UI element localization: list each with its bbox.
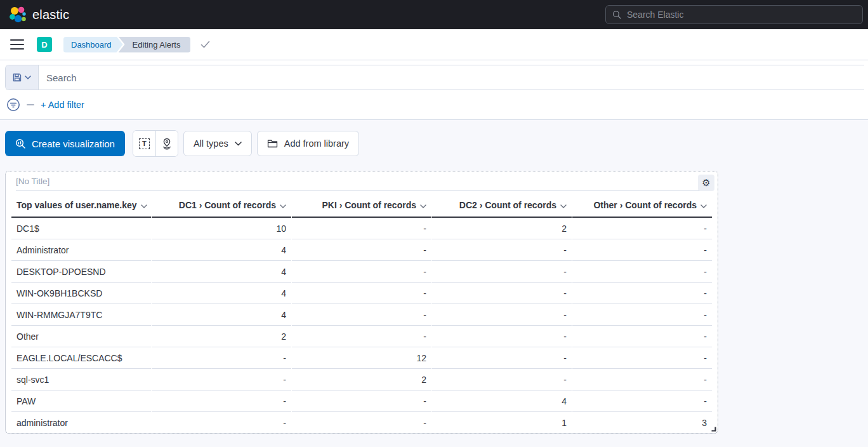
chevron-down-icon [560,200,567,210]
column-header[interactable]: Top values of user.name.key [11,194,151,218]
edit-toolbar: Create visualization T All types [5,130,868,157]
table-cell: - [292,412,431,434]
table-cell: - [292,304,431,326]
panel-resize-handle[interactable] [710,425,716,432]
all-types-label: All types [194,138,228,149]
column-header-label: PKI › Count of records [322,200,416,210]
table-row: Administrator4--- [11,239,712,261]
table-cell: - [572,239,712,261]
table-cell: - [152,347,291,369]
table-cell: 4 [152,283,291,304]
table-cell: - [572,261,712,283]
table-cell: - [292,390,431,412]
table-cell: PAW [11,390,151,412]
global-search-input[interactable] [627,10,856,20]
add-text-button[interactable]: T [133,131,155,156]
chevron-down-icon [235,142,242,146]
add-filter-button[interactable]: + Add filter [41,100,84,110]
panel-settings-button[interactable]: ⚙ [698,175,714,191]
table-row: WIN-RMMGJA7T9TC4--- [11,304,712,326]
chevron-down-icon [280,200,286,210]
table-cell: - [572,218,712,239]
column-header[interactable]: DC2 › Count of records [432,194,572,218]
table-cell: - [572,283,712,304]
all-types-dropdown[interactable]: All types [183,131,252,156]
table-cell: 2 [152,326,291,347]
table-cell: - [432,239,572,261]
table-cell: 4 [152,261,291,283]
table-cell: - [292,283,431,304]
column-header[interactable]: Other › Count of records [572,194,712,218]
table-cell: - [432,347,572,369]
query-input[interactable] [39,65,864,90]
table-row: PAW--4- [11,390,712,412]
table-cell: DESKTOP-DPOESND [11,261,151,283]
add-from-library-button[interactable]: Add from library [257,131,359,156]
space-avatar[interactable]: D [37,37,52,52]
table-cell: - [432,326,572,347]
breadcrumb-dashboard[interactable]: Dashboard [63,37,123,53]
maps-icon [161,138,173,150]
breadcrumb-bar: D Dashboard Editing Alerts [0,29,868,60]
top-navigation-bar: elastic [0,0,868,29]
table-cell: - [572,369,712,390]
table-cell: - [432,283,572,304]
gear-icon: ⚙ [702,177,710,189]
table-cell: 4 [152,304,291,326]
unified-search-section: + Add filter [0,60,868,120]
text-tool-icon: T [139,138,150,149]
app-root: elastic D Dashboard Editing Alerts [0,0,868,447]
table-cell: EAGLE.LOCAL/ESCACC$ [11,347,151,369]
add-from-library-label: Add from library [284,138,349,149]
brand-name: elastic [32,8,69,22]
table-row: sql-svc1-2-- [11,369,712,390]
table-cell: - [432,369,572,390]
panel-title: [No Title] [6,171,718,186]
panel-divider [16,190,710,191]
table-row: administrator--13 [11,412,712,434]
table-cell: 1 [432,412,572,434]
table-cell: - [572,326,712,347]
check-icon [201,41,210,48]
table-cell: - [572,304,712,326]
filter-icon[interactable] [6,98,20,112]
lens-icon [15,138,26,149]
column-header[interactable]: DC1 › Count of records [152,194,291,218]
save-icon [13,73,22,82]
table-cell: DC1$ [11,218,151,239]
chevron-down-icon [420,200,426,210]
table-cell: WIN-OK9BH1BCKSD [11,283,151,304]
breadcrumb-editing-alerts: Editing Alerts [119,37,191,53]
table-row: EAGLE.LOCAL/ESCACC$-12-- [11,347,712,369]
table-row: DC1$10-2- [11,218,712,239]
datatable: Top values of user.name.keyDC1 › Count o… [11,194,713,434]
table-cell: 3 [572,412,712,434]
elastic-brand[interactable]: elastic [9,6,69,23]
add-map-button[interactable] [155,131,178,156]
folder-icon [267,139,278,148]
dashboard-panel[interactable]: [No Title] ⚙ Top values of user.name.key… [5,171,718,434]
table-row: WIN-OK9BH1BCKSD4--- [11,283,712,304]
filter-bar: + Add filter [0,90,868,119]
elastic-logo-icon [9,6,26,23]
chevron-down-icon [141,200,147,210]
create-visualization-button[interactable]: Create visualization [5,131,125,156]
saved-query-menu-button[interactable] [6,65,39,90]
menu-icon[interactable] [10,39,24,50]
global-search[interactable] [605,5,863,24]
table-cell: WIN-RMMGJA7T9TC [11,304,151,326]
table-cell: Administrator [11,239,151,261]
table-cell: - [152,390,291,412]
create-visualization-label: Create visualization [32,138,115,149]
table-cell: - [432,304,572,326]
column-header-label: Top values of user.name.key [16,200,137,210]
table-cell: Other [11,326,151,347]
breadcrumb: Dashboard Editing Alerts [63,37,190,53]
table-cell: sql-svc1 [11,369,151,390]
table-cell: - [292,239,431,261]
table-cell: - [292,326,431,347]
search-icon [612,10,622,20]
quick-add-button-group: T [133,130,178,157]
column-header[interactable]: PKI › Count of records [292,194,431,218]
table-row: DESKTOP-DPOESND4--- [11,261,712,283]
